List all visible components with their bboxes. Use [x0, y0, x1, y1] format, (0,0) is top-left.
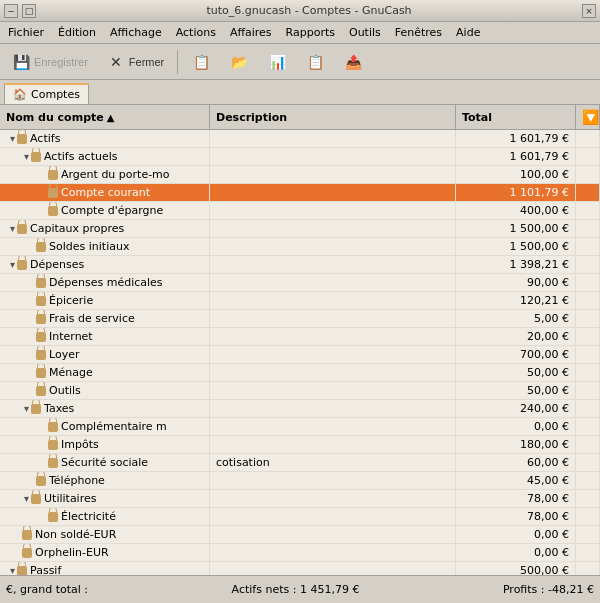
minimize-button[interactable]: −	[4, 4, 18, 18]
new-account-button[interactable]: 📋	[184, 49, 218, 75]
comptes-tab-icon: 🏠	[13, 88, 27, 101]
table-row[interactable]: Argent du porte-mo100,00 €	[0, 166, 600, 184]
account-name: Dépenses médicales	[49, 276, 163, 289]
account-name-cell: Loyer	[0, 346, 210, 363]
column-header-name[interactable]: Nom du compte ▲	[0, 105, 210, 129]
delete-account-button[interactable]: 📋	[298, 49, 332, 75]
edit-account-button[interactable]: 📊	[260, 49, 294, 75]
menu-aide[interactable]: Aide	[450, 24, 486, 41]
account-total-cell: 5,00 €	[456, 310, 576, 327]
table-row[interactable]: ▾Actifs1 601,79 €	[0, 130, 600, 148]
save-button[interactable]: 💾 Enregistrer	[4, 49, 95, 75]
menu-rapports[interactable]: Rapports	[280, 24, 341, 41]
table-row[interactable]: ▾Taxes240,00 €	[0, 400, 600, 418]
account-extra-cell	[576, 130, 600, 147]
account-name-cell: ▾Actifs	[0, 130, 210, 147]
table-row[interactable]: Outils50,00 €	[0, 382, 600, 400]
transfer-button[interactable]: 📤	[336, 49, 370, 75]
table-row[interactable]: Frais de service5,00 €	[0, 310, 600, 328]
account-total-cell: 1 500,00 €	[456, 238, 576, 255]
toolbar: 💾 Enregistrer ✕ Fermer 📋 📂 📊 📋 📤	[0, 44, 600, 80]
close-button[interactable]: ×	[582, 4, 596, 18]
account-name-cell: Non soldé-EUR	[0, 526, 210, 543]
table-row[interactable]: Compte d'épargne400,00 €	[0, 202, 600, 220]
menu-affaires[interactable]: Affaires	[224, 24, 278, 41]
account-description-cell	[210, 562, 456, 575]
account-name-cell: ▾Utilitaires	[0, 490, 210, 507]
footer-label: €, grand total :	[6, 583, 88, 596]
table-row[interactable]: ▾Passif500,00 €	[0, 562, 600, 575]
menu-actions[interactable]: Actions	[170, 24, 222, 41]
table-row[interactable]: Épicerie120,21 €	[0, 292, 600, 310]
account-extra-cell	[576, 562, 600, 575]
table-row[interactable]: Électricité78,00 €	[0, 508, 600, 526]
column-header-total[interactable]: Total	[456, 105, 576, 129]
expand-icon[interactable]: ▾	[24, 403, 29, 414]
table-row[interactable]: ▾Dépenses1 398,21 €	[0, 256, 600, 274]
table-row[interactable]: ▾Actifs actuels1 601,79 €	[0, 148, 600, 166]
table-row[interactable]: Soldes initiaux1 500,00 €	[0, 238, 600, 256]
menu-affichage[interactable]: Affichage	[104, 24, 168, 41]
accounts-table[interactable]: Nom du compte ▲ Description Total 🔽 ▾Act…	[0, 105, 600, 575]
expand-icon[interactable]: ▾	[10, 259, 15, 270]
account-name: Impôts	[61, 438, 99, 451]
expand-icon[interactable]: ▾	[24, 151, 29, 162]
close-accounts-button[interactable]: ✕ Fermer	[99, 49, 171, 75]
account-extra-cell	[576, 364, 600, 381]
account-total-cell: 50,00 €	[456, 382, 576, 399]
account-icon	[31, 152, 41, 162]
account-name: Actifs	[30, 132, 60, 145]
menu-edition[interactable]: Édition	[52, 24, 102, 41]
expand-icon[interactable]: ▾	[10, 565, 15, 575]
account-icon	[31, 494, 41, 504]
table-row[interactable]: ▾Utilitaires78,00 €	[0, 490, 600, 508]
table-row[interactable]: Internet20,00 €	[0, 328, 600, 346]
account-extra-cell	[576, 454, 600, 471]
account-name: Outils	[49, 384, 81, 397]
account-description-cell	[210, 184, 456, 201]
table-row[interactable]: Téléphone45,00 €	[0, 472, 600, 490]
table-row[interactable]: Dépenses médicales90,00 €	[0, 274, 600, 292]
account-description-cell	[210, 508, 456, 525]
open-account-button[interactable]: 📂	[222, 49, 256, 75]
account-description-cell	[210, 490, 456, 507]
expand-icon[interactable]: ▾	[10, 223, 15, 234]
account-total-cell: 1 398,21 €	[456, 256, 576, 273]
account-icon	[48, 422, 58, 432]
expand-icon[interactable]: ▾	[10, 133, 15, 144]
sort-arrow-icon: ▲	[107, 112, 115, 123]
account-extra-cell	[576, 328, 600, 345]
account-extra-cell	[576, 526, 600, 543]
table-row[interactable]: Ménage50,00 €	[0, 364, 600, 382]
account-name: Taxes	[44, 402, 74, 415]
edit-account-icon: 📊	[267, 52, 287, 72]
menu-outils[interactable]: Outils	[343, 24, 387, 41]
account-icon	[36, 242, 46, 252]
table-row[interactable]: Loyer700,00 €	[0, 346, 600, 364]
account-description-cell	[210, 544, 456, 561]
account-name-cell: ▾Dépenses	[0, 256, 210, 273]
expand-icon[interactable]: ▾	[24, 493, 29, 504]
table-row[interactable]: Impôts180,00 €	[0, 436, 600, 454]
table-row[interactable]: Non soldé-EUR0,00 €	[0, 526, 600, 544]
comptes-tab[interactable]: 🏠 Comptes	[4, 83, 89, 104]
account-icon	[17, 566, 27, 576]
account-extra-cell	[576, 508, 600, 525]
account-name-cell: Sécurité sociale	[0, 454, 210, 471]
maximize-button[interactable]: □	[22, 4, 36, 18]
account-icon	[48, 206, 58, 216]
account-icon	[31, 404, 41, 414]
account-icon	[22, 530, 32, 540]
menu-fenetres[interactable]: Fenêtres	[389, 24, 448, 41]
account-name: Compte courant	[61, 186, 150, 199]
table-row[interactable]: Compte courant1 101,79 €	[0, 184, 600, 202]
table-row[interactable]: ▾Capitaux propres1 500,00 €	[0, 220, 600, 238]
table-row[interactable]: Complémentaire m0,00 €	[0, 418, 600, 436]
table-row[interactable]: Orphelin-EUR0,00 €	[0, 544, 600, 562]
menu-fichier[interactable]: Fichier	[2, 24, 50, 41]
open-account-icon: 📂	[229, 52, 249, 72]
account-name: Complémentaire m	[61, 420, 167, 433]
table-row[interactable]: Sécurité socialecotisation60,00 €	[0, 454, 600, 472]
column-header-description[interactable]: Description	[210, 105, 456, 129]
account-total-cell: 1 101,79 €	[456, 184, 576, 201]
